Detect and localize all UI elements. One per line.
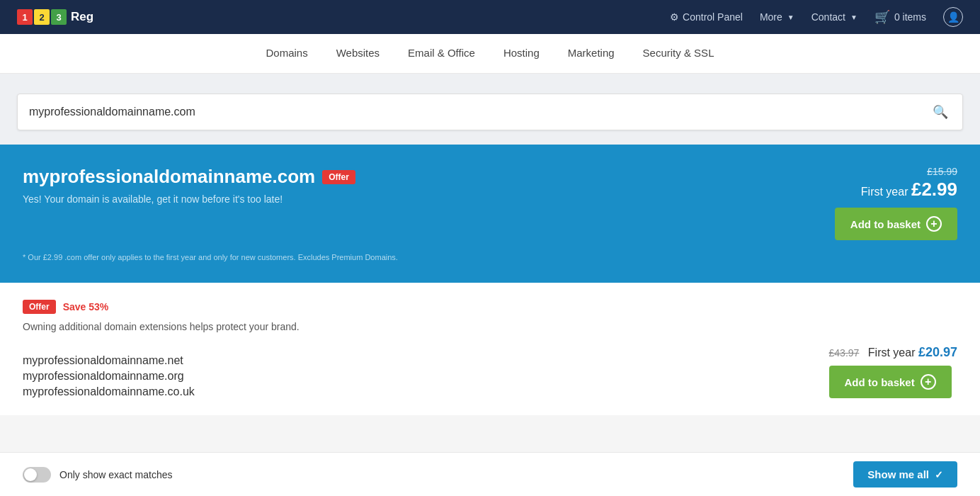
control-panel-link[interactable]: ⚙ Control Panel: [670, 11, 743, 23]
domain-search-input[interactable]: [29, 106, 930, 118]
featured-original-price: £15.99: [835, 166, 957, 177]
cart-icon: 🛒: [874, 9, 890, 25]
search-area: 🔍: [0, 74, 980, 145]
featured-pricing: £15.99 First year £2.99 Add to basket +: [835, 166, 957, 240]
bottom-bar: Only show exact matches Show me all ✓: [0, 452, 980, 496]
logo-num-1: 1: [17, 9, 33, 25]
bundle-original-price: £43.97: [829, 347, 860, 359]
bundle-add-to-basket-button[interactable]: Add to basket +: [829, 366, 952, 398]
show-me-all-label: Show me all: [867, 468, 929, 480]
featured-domain-info: myprofessionaldomainname.com Offer Yes! …: [23, 166, 355, 205]
exact-matches-toggle[interactable]: [23, 467, 51, 483]
featured-subtitle: Yes! Your domain is available, get it no…: [23, 193, 355, 205]
nav-email-office[interactable]: Email & Office: [408, 44, 475, 63]
search-button[interactable]: 🔍: [930, 101, 951, 123]
user-icon: 👤: [947, 11, 959, 23]
more-menu[interactable]: More ▼: [760, 11, 794, 23]
bundle-add-basket-label: Add to basket: [845, 376, 915, 388]
secondary-navigation: Domains Websites Email & Office Hosting …: [0, 34, 980, 74]
nav-security-ssl[interactable]: Security & SSL: [643, 44, 714, 63]
featured-add-basket-label: Add to basket: [850, 218, 921, 230]
cart-items-count: 0 items: [894, 11, 926, 23]
search-icon: 🔍: [933, 105, 948, 119]
featured-offer-badge: Offer: [322, 170, 355, 184]
bundle-first-year-label: First year: [868, 346, 918, 359]
bundle-pricing: £43.97 First year £20.97 Add to basket +: [829, 345, 957, 398]
featured-price-row: First year £2.99: [835, 179, 957, 201]
show-me-all-button[interactable]: Show me all ✓: [853, 461, 957, 487]
bundle-domain-org: myprofessionaldomainname.org: [23, 370, 195, 383]
featured-first-year-label: First year: [861, 186, 911, 198]
toggle-knob: [24, 468, 37, 481]
contact-menu[interactable]: Contact ▼: [811, 11, 858, 23]
control-panel-label: Control Panel: [683, 11, 743, 23]
toggle-section: Only show exact matches: [23, 467, 173, 483]
cart-section[interactable]: 🛒 0 items: [874, 9, 926, 25]
user-account-button[interactable]: 👤: [943, 7, 963, 27]
bundle-section: Offer Save 53% Owning additional domain …: [0, 283, 980, 415]
search-box: 🔍: [17, 94, 963, 130]
contact-chevron-icon: ▼: [850, 13, 858, 21]
toggle-label: Only show exact matches: [59, 469, 173, 480]
featured-add-to-basket-button[interactable]: Add to basket +: [835, 208, 957, 240]
bundle-domain-couk: myprofessionaldomainname.co.uk: [23, 385, 195, 398]
bundle-offer-tag: Offer: [23, 300, 56, 314]
logo-num-2: 2: [34, 9, 50, 25]
featured-domain-name: myprofessionaldomainname.com: [23, 166, 315, 188]
plus-circle-icon: +: [926, 216, 942, 232]
bundle-domains-list: myprofessionaldomainname.net myprofessio…: [23, 354, 195, 398]
featured-result-section: myprofessionaldomainname.com Offer Yes! …: [0, 145, 980, 283]
logo-num-3: 3: [51, 9, 67, 25]
nav-domains[interactable]: Domains: [266, 44, 308, 63]
nav-marketing[interactable]: Marketing: [568, 44, 615, 63]
logo[interactable]: 1 2 3 Reg: [17, 9, 93, 25]
top-nav-right: ⚙ Control Panel More ▼ Contact ▼ 🛒 0 ite…: [670, 7, 963, 27]
more-label: More: [760, 11, 782, 23]
featured-domain-row: myprofessionaldomainname.com Offer: [23, 166, 355, 188]
nav-websites[interactable]: Websites: [336, 44, 380, 63]
bundle-domain-net: myprofessionaldomainname.net: [23, 354, 195, 367]
nav-hosting[interactable]: Hosting: [503, 44, 540, 63]
featured-top-row: myprofessionaldomainname.com Offer Yes! …: [23, 166, 957, 240]
bundle-offer-row: Offer Save 53%: [23, 300, 957, 314]
bundle-price-row: £43.97 First year £20.97: [829, 345, 957, 360]
featured-footnote: * Our £2.99 .com offer only applies to t…: [23, 253, 957, 261]
bundle-plus-circle-icon: +: [921, 374, 936, 390]
bundle-save-text: Save 53%: [63, 301, 109, 312]
bundle-first-year-price: £20.97: [918, 345, 957, 359]
contact-label: Contact: [811, 11, 845, 23]
featured-first-year-price: £2.99: [911, 179, 957, 200]
control-panel-icon: ⚙: [670, 11, 679, 23]
bundle-description: Owning additional domain extensions help…: [23, 321, 957, 332]
logo-text: Reg: [71, 10, 93, 24]
chevron-down-icon: ▼: [787, 13, 794, 21]
top-navigation: 1 2 3 Reg ⚙ Control Panel More ▼ Contact…: [0, 0, 980, 34]
checkmark-icon: ✓: [935, 469, 943, 480]
